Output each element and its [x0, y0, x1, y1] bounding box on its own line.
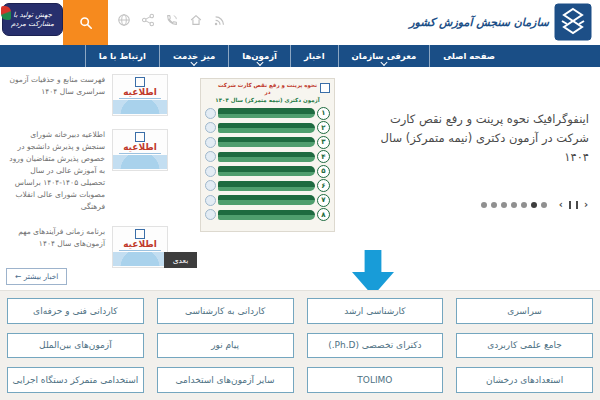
- step-bar: [218, 152, 315, 162]
- infographic-step-row: ۶: [205, 180, 330, 192]
- news-item-title: فهرست منابع و حذفیات آزمون سراسری سال ۱۴…: [6, 74, 105, 98]
- exam-category-button[interactable]: کارشناسی ارشد: [307, 298, 444, 324]
- slider-headline[interactable]: اینفوگرافیک نحوه پرینت و رفع نقص کارت شر…: [375, 110, 589, 167]
- news-list-item[interactable]: اطلاعیه اطلاعیه دبیرخانه شورای سنجش و پذ…: [6, 129, 168, 213]
- notice-emblem-icon: [135, 229, 145, 239]
- notice-dome-ornament: [113, 100, 167, 114]
- infographic-step-row: ۳: [205, 136, 330, 148]
- exam-category-button[interactable]: سایر آزمون‌های استخدامی: [157, 367, 294, 393]
- infographic-step-row: ۷: [205, 194, 330, 206]
- notice-dome-ornament: [113, 155, 167, 169]
- nav-item[interactable]: معرفی سازمان: [338, 45, 430, 67]
- step-icon: [205, 209, 216, 220]
- step-number: ۶: [317, 179, 330, 192]
- nav-item-label: اخبار: [304, 51, 325, 61]
- infographic-step-row: ۸: [205, 209, 330, 221]
- exam-category-button[interactable]: استخدامی متمرکز دستگاه اجرایی: [7, 367, 144, 393]
- share-icon[interactable]: [141, 13, 155, 27]
- news-list: اطلاعیه فهرست منابع و حذفیات آزمون سراسر…: [6, 74, 168, 281]
- infographic-emblem-icon: [320, 83, 330, 93]
- nav-item[interactable]: آزمون‌ها: [228, 45, 290, 67]
- home-icon[interactable]: [189, 13, 203, 27]
- step-number: ۱: [317, 107, 330, 120]
- nav-item[interactable]: صفحه اصلی: [429, 45, 508, 67]
- step-icon: [205, 166, 216, 177]
- step-icon: [205, 137, 216, 148]
- notice-badge-label: اطلاعیه: [119, 239, 161, 251]
- notice-badge-image: اطلاعیه: [112, 226, 168, 268]
- infographic-title-line2: آزمون دکتری (نیمه متمرکز) سال ۱۴۰۴: [215, 97, 320, 104]
- step-icon: [205, 122, 216, 133]
- pager-dot[interactable]: [521, 202, 527, 208]
- exam-buttons-grid: سراسری کارشناسی ارشد کاردانی به کارشناسی…: [7, 298, 593, 393]
- notice-badge-image: اطلاعیه: [112, 74, 168, 116]
- step-bar: [218, 166, 315, 176]
- site-logo-text: سازمان سنجش آموزش کشور: [409, 16, 549, 29]
- step-icon: [205, 151, 216, 162]
- exam-category-button[interactable]: پیام نور: [157, 333, 294, 359]
- exam-category-button[interactable]: سراسری: [456, 298, 593, 324]
- notice-emblem-icon: [135, 132, 145, 142]
- infographic-step-row: ۱: [205, 107, 330, 119]
- pager-dot[interactable]: [531, 202, 537, 208]
- globe-icon[interactable]: [117, 13, 131, 27]
- news-next-button[interactable]: بعدی: [164, 252, 197, 268]
- slider-prev-button[interactable]: ‹: [557, 200, 565, 210]
- exam-category-button[interactable]: جامع علمی کاربردی: [456, 333, 593, 359]
- infographic-image[interactable]: نحوه پرینت و رفع نقص کارت شرکت در آزمون …: [200, 78, 335, 232]
- step-icon: [205, 195, 216, 206]
- pager-dot[interactable]: [481, 202, 487, 208]
- search-icon: [79, 16, 93, 30]
- slider-next-button[interactable]: ›: [582, 200, 590, 210]
- exam-category-button[interactable]: کاردانی فنی و حرفه‌ای: [7, 298, 144, 324]
- step-bar: [218, 137, 315, 147]
- step-number: ۲: [317, 121, 330, 134]
- nav-item-label: صفحه اصلی: [443, 51, 495, 61]
- more-news-link[interactable]: اخبار بیشتر ←: [6, 268, 67, 285]
- rss-icon[interactable]: [213, 13, 227, 27]
- infographic-step-row: ۲: [205, 122, 330, 134]
- header-quick-icons: [117, 13, 227, 27]
- sanjesh-logo-icon: [554, 3, 592, 41]
- news-item-title: برنامه زمانی فرآیندهای مهم آزمون‌های سال…: [6, 226, 105, 250]
- slider-pause-button[interactable]: [569, 201, 578, 209]
- infographic-title: نحوه پرینت و رفع نقص کارت شرکت در آزمون …: [205, 82, 330, 104]
- exam-category-button[interactable]: دکترای تخصصی (Ph.D.): [307, 333, 444, 359]
- notice-dome-ornament: [113, 252, 167, 266]
- exam-category-button[interactable]: کاردانی به کارشناسی: [157, 298, 294, 324]
- notice-badge-label: اطلاعیه: [119, 87, 161, 99]
- year-slogan-banner: جهش تولید با مشارکت مردم: [2, 3, 63, 36]
- step-icon: [205, 180, 216, 191]
- step-bar: [218, 195, 315, 205]
- exam-category-button[interactable]: TOLIMO: [307, 367, 444, 393]
- pager-dot[interactable]: [501, 202, 507, 208]
- infographic-step-row: ۵: [205, 165, 330, 177]
- news-item-title: اطلاعیه دبیرخانه شورای سنجش و پذیرش دانش…: [6, 129, 105, 213]
- infographic-step-row: ۴: [205, 151, 330, 163]
- news-list-item[interactable]: اطلاعیه برنامه زمانی فرآیندهای مهم آزمون…: [6, 226, 168, 268]
- phone-icon[interactable]: [165, 13, 179, 27]
- step-bar: [218, 108, 315, 118]
- step-number: ۷: [317, 194, 330, 207]
- nav-item[interactable]: اخبار: [290, 45, 338, 67]
- notice-badge-image: اطلاعیه: [112, 129, 168, 171]
- pager-dot[interactable]: [541, 202, 547, 208]
- step-bar: [218, 181, 315, 191]
- pager-dots: [481, 202, 547, 208]
- news-list-item[interactable]: اطلاعیه فهرست منابع و حذفیات آزمون سراسر…: [6, 74, 168, 116]
- notice-emblem-icon: [135, 77, 145, 87]
- slider-pager: ‹ ›: [440, 200, 590, 210]
- infographic-steps: ۱ ۲ ۳ ۴: [205, 107, 330, 221]
- exam-category-button[interactable]: آزمون‌های بین‌الملل: [7, 333, 144, 359]
- pager-dot[interactable]: [511, 202, 517, 208]
- nav-item[interactable]: ارتباط با ما: [85, 45, 159, 67]
- page: جهش تولید با مشارکت مردم: [0, 0, 600, 400]
- main-nav: صفحه اصلی معرفی سازمان اخبار آزمون‌ها می…: [0, 45, 600, 67]
- nav-item[interactable]: میز خدمت: [159, 45, 228, 67]
- exam-category-button[interactable]: استعدادهای درخشان: [456, 367, 593, 393]
- pager-dot[interactable]: [491, 202, 497, 208]
- notice-badge-label: اطلاعیه: [119, 142, 161, 154]
- site-logo[interactable]: سازمان سنجش آموزش کشور: [409, 3, 592, 41]
- search-button[interactable]: [63, 0, 108, 45]
- step-number: ۳: [317, 136, 330, 149]
